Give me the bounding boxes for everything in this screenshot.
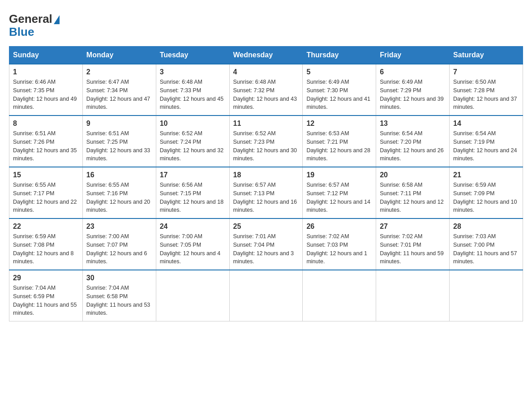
calendar-cell: 6 Sunrise: 6:49 AM Sunset: 7:29 PM Dayli… (376, 64, 450, 116)
col-header-sunday: Sunday (9, 47, 83, 64)
calendar-cell: 20 Sunrise: 6:58 AM Sunset: 7:11 PM Dayl… (376, 167, 450, 218)
calendar-cell: 23 Sunrise: 7:00 AM Sunset: 7:07 PM Dayl… (82, 218, 156, 270)
day-info: Sunrise: 7:01 AM Sunset: 7:04 PM Dayligh… (233, 232, 299, 266)
day-number: 25 (233, 223, 299, 231)
calendar-cell: 13 Sunrise: 6:54 AM Sunset: 7:20 PM Dayl… (376, 116, 450, 167)
day-number: 29 (13, 274, 79, 282)
calendar-cell: 5 Sunrise: 6:49 AM Sunset: 7:30 PM Dayli… (303, 64, 376, 116)
calendar-cell: 21 Sunrise: 6:59 AM Sunset: 7:09 PM Dayl… (450, 167, 523, 218)
calendar-cell: 27 Sunrise: 7:02 AM Sunset: 7:01 PM Dayl… (376, 218, 450, 270)
day-info: Sunrise: 7:03 AM Sunset: 7:00 PM Dayligh… (453, 232, 519, 266)
calendar-cell: 10 Sunrise: 6:52 AM Sunset: 7:24 PM Dayl… (156, 116, 229, 167)
day-info: Sunrise: 6:52 AM Sunset: 7:24 PM Dayligh… (160, 129, 226, 163)
calendar-cell: 4 Sunrise: 6:48 AM Sunset: 7:32 PM Dayli… (229, 64, 303, 116)
calendar-cell: 8 Sunrise: 6:51 AM Sunset: 7:26 PM Dayli… (9, 116, 83, 167)
calendar-cell: 24 Sunrise: 7:00 AM Sunset: 7:05 PM Dayl… (156, 218, 229, 270)
calendar-cell: 17 Sunrise: 6:56 AM Sunset: 7:15 PM Dayl… (156, 167, 229, 218)
logo-arrow-icon (54, 15, 60, 24)
calendar-week-row: 22 Sunrise: 6:59 AM Sunset: 7:08 PM Dayl… (9, 218, 523, 270)
calendar-cell: 19 Sunrise: 6:57 AM Sunset: 7:12 PM Dayl… (303, 167, 376, 218)
day-number: 2 (86, 68, 152, 76)
day-info: Sunrise: 6:54 AM Sunset: 7:20 PM Dayligh… (380, 129, 446, 163)
day-number: 12 (306, 120, 372, 128)
day-info: Sunrise: 7:02 AM Sunset: 7:01 PM Dayligh… (380, 232, 446, 266)
calendar-cell: 26 Sunrise: 7:02 AM Sunset: 7:03 PM Dayl… (303, 218, 376, 270)
day-info: Sunrise: 7:02 AM Sunset: 7:03 PM Dayligh… (306, 232, 372, 266)
day-info: Sunrise: 7:00 AM Sunset: 7:05 PM Dayligh… (160, 232, 226, 266)
day-info: Sunrise: 6:53 AM Sunset: 7:21 PM Dayligh… (306, 129, 372, 163)
day-number: 21 (453, 171, 519, 179)
calendar-week-row: 15 Sunrise: 6:55 AM Sunset: 7:17 PM Dayl… (9, 167, 523, 218)
day-info: Sunrise: 6:59 AM Sunset: 7:08 PM Dayligh… (13, 232, 79, 266)
day-number: 16 (86, 171, 152, 179)
calendar-table: SundayMondayTuesdayWednesdayThursdayFrid… (9, 46, 523, 321)
day-info: Sunrise: 6:48 AM Sunset: 7:33 PM Dayligh… (160, 78, 226, 111)
day-info: Sunrise: 6:54 AM Sunset: 7:19 PM Dayligh… (453, 129, 519, 163)
logo-general-text: General (9, 13, 52, 26)
calendar-cell: 15 Sunrise: 6:55 AM Sunset: 7:17 PM Dayl… (9, 167, 83, 218)
calendar-cell (303, 270, 376, 321)
day-info: Sunrise: 6:50 AM Sunset: 7:28 PM Dayligh… (453, 78, 519, 111)
logo: General Blue (9, 13, 60, 38)
calendar-cell: 9 Sunrise: 6:51 AM Sunset: 7:25 PM Dayli… (82, 116, 156, 167)
calendar-cell: 28 Sunrise: 7:03 AM Sunset: 7:00 PM Dayl… (450, 218, 523, 270)
day-info: Sunrise: 6:55 AM Sunset: 7:17 PM Dayligh… (13, 181, 79, 214)
day-number: 5 (306, 68, 372, 76)
calendar-cell: 18 Sunrise: 6:57 AM Sunset: 7:13 PM Dayl… (229, 167, 303, 218)
calendar-cell (450, 270, 523, 321)
day-info: Sunrise: 7:00 AM Sunset: 7:07 PM Dayligh… (86, 232, 152, 266)
day-number: 22 (13, 223, 79, 231)
calendar-cell (229, 270, 303, 321)
calendar-cell: 14 Sunrise: 6:54 AM Sunset: 7:19 PM Dayl… (450, 116, 523, 167)
calendar-cell: 16 Sunrise: 6:55 AM Sunset: 7:16 PM Dayl… (82, 167, 156, 218)
calendar-week-row: 1 Sunrise: 6:46 AM Sunset: 7:35 PM Dayli… (9, 64, 523, 116)
day-info: Sunrise: 6:51 AM Sunset: 7:25 PM Dayligh… (86, 129, 152, 163)
col-header-tuesday: Tuesday (156, 47, 229, 64)
day-info: Sunrise: 6:58 AM Sunset: 7:11 PM Dayligh… (380, 181, 446, 214)
day-number: 11 (233, 120, 299, 128)
day-info: Sunrise: 6:49 AM Sunset: 7:29 PM Dayligh… (380, 78, 446, 111)
col-header-monday: Monday (82, 47, 156, 64)
day-number: 23 (86, 223, 152, 231)
day-info: Sunrise: 6:56 AM Sunset: 7:15 PM Dayligh… (160, 181, 226, 214)
day-info: Sunrise: 6:48 AM Sunset: 7:32 PM Dayligh… (233, 78, 299, 111)
calendar-cell: 22 Sunrise: 6:59 AM Sunset: 7:08 PM Dayl… (9, 218, 83, 270)
col-header-saturday: Saturday (450, 47, 523, 64)
day-info: Sunrise: 6:52 AM Sunset: 7:23 PM Dayligh… (233, 129, 299, 163)
day-number: 9 (86, 120, 152, 128)
calendar-cell: 30 Sunrise: 7:04 AM Sunset: 6:58 PM Dayl… (82, 270, 156, 321)
col-header-wednesday: Wednesday (229, 47, 303, 64)
day-number: 19 (306, 171, 372, 179)
day-info: Sunrise: 6:51 AM Sunset: 7:26 PM Dayligh… (13, 129, 79, 163)
day-number: 27 (380, 223, 446, 231)
day-info: Sunrise: 6:49 AM Sunset: 7:30 PM Dayligh… (306, 78, 372, 111)
day-number: 15 (13, 171, 79, 179)
day-info: Sunrise: 6:47 AM Sunset: 7:34 PM Dayligh… (86, 78, 152, 111)
day-number: 28 (453, 223, 519, 231)
day-number: 20 (380, 171, 446, 179)
day-info: Sunrise: 6:46 AM Sunset: 7:35 PM Dayligh… (13, 78, 79, 111)
day-number: 1 (13, 68, 79, 76)
day-info: Sunrise: 6:59 AM Sunset: 7:09 PM Dayligh… (453, 181, 519, 214)
calendar-cell: 3 Sunrise: 6:48 AM Sunset: 7:33 PM Dayli… (156, 64, 229, 116)
calendar-cell (156, 270, 229, 321)
calendar-week-row: 29 Sunrise: 7:04 AM Sunset: 6:59 PM Dayl… (9, 270, 523, 321)
day-number: 10 (160, 120, 226, 128)
day-number: 13 (380, 120, 446, 128)
day-number: 14 (453, 120, 519, 128)
day-info: Sunrise: 7:04 AM Sunset: 6:59 PM Dayligh… (13, 284, 79, 317)
col-header-friday: Friday (376, 47, 450, 64)
calendar-cell: 29 Sunrise: 7:04 AM Sunset: 6:59 PM Dayl… (9, 270, 83, 321)
calendar-cell: 11 Sunrise: 6:52 AM Sunset: 7:23 PM Dayl… (229, 116, 303, 167)
day-number: 18 (233, 171, 299, 179)
day-number: 8 (13, 120, 79, 128)
calendar-cell: 25 Sunrise: 7:01 AM Sunset: 7:04 PM Dayl… (229, 218, 303, 270)
calendar-cell: 1 Sunrise: 6:46 AM Sunset: 7:35 PM Dayli… (9, 64, 83, 116)
day-number: 30 (86, 274, 152, 282)
calendar-week-row: 8 Sunrise: 6:51 AM Sunset: 7:26 PM Dayli… (9, 116, 523, 167)
day-info: Sunrise: 6:55 AM Sunset: 7:16 PM Dayligh… (86, 181, 152, 214)
day-info: Sunrise: 7:04 AM Sunset: 6:58 PM Dayligh… (86, 284, 152, 317)
calendar-header-row: SundayMondayTuesdayWednesdayThursdayFrid… (9, 47, 523, 64)
calendar-cell: 12 Sunrise: 6:53 AM Sunset: 7:21 PM Dayl… (303, 116, 376, 167)
calendar-cell: 7 Sunrise: 6:50 AM Sunset: 7:28 PM Dayli… (450, 64, 523, 116)
